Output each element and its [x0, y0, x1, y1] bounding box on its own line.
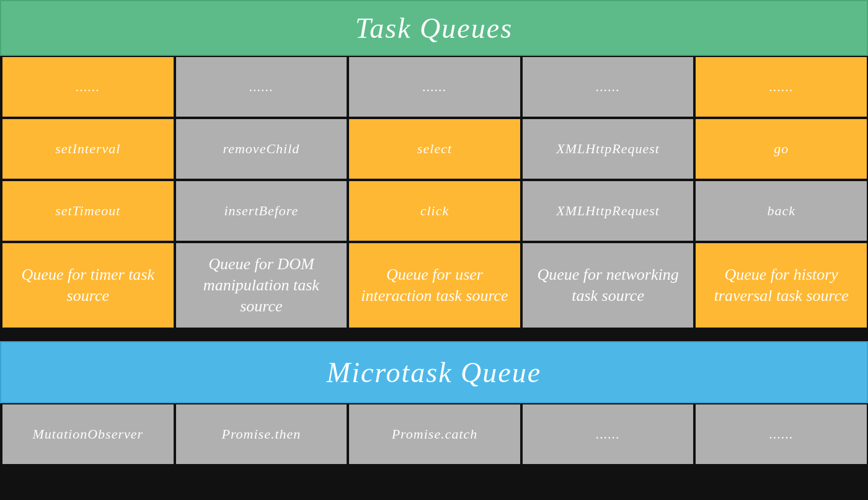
task-cell-text-3-5: back: [767, 203, 795, 219]
task-row-1: ...... ...... ...... ...... ......: [0, 56, 868, 118]
microtask-title: Microtask Queue: [327, 356, 541, 389]
task-row-3: setTimeout insertBefore click XMLHttpReq…: [0, 180, 868, 242]
task-cell-3-3: click: [348, 180, 521, 242]
microtask-section: Microtask Queue MutationObserver Promise…: [0, 341, 868, 500]
task-cell-1-2: ......: [175, 56, 348, 118]
task-queue-labels: Queue for timer task source Queue for DO…: [0, 242, 868, 329]
queue-label-history: Queue for history traversal task source: [705, 264, 857, 306]
task-cell-3-1: setTimeout: [1, 180, 175, 242]
task-cell-text-3-3: click: [420, 203, 450, 219]
task-cell-text-2-4: XMLHttpRequest: [556, 141, 660, 157]
task-cell-text-1-1: ......: [76, 79, 100, 95]
task-cell-3-2: insertBefore: [175, 180, 348, 242]
task-cell-1-3: ......: [348, 56, 521, 118]
task-row-2: setInterval removeChild select XMLHttpRe…: [0, 118, 868, 180]
microtask-cell-5: ......: [694, 403, 868, 465]
task-cell-2-2: removeChild: [175, 118, 348, 180]
task-queues-title: Task Queues: [355, 12, 513, 45]
task-queues-section: Task Queues ...... ...... ...... ...... …: [0, 0, 868, 329]
microtask-row-1: MutationObserver Promise.then Promise.ca…: [0, 403, 868, 465]
task-cell-text-1-2: ......: [249, 79, 273, 95]
queue-cell-timer: Queue for timer task source: [1, 242, 175, 329]
microtask-cell-2: Promise.then: [175, 403, 348, 465]
task-cell-2-4: XMLHttpRequest: [521, 118, 695, 180]
task-cell-text-1-5: ......: [769, 79, 794, 95]
main-container: Task Queues ...... ...... ...... ...... …: [0, 0, 868, 500]
queue-label-network: Queue for networking task source: [532, 264, 684, 306]
task-cell-3-5: back: [694, 180, 868, 242]
task-cell-2-5: go: [694, 118, 868, 180]
queue-label-timer: Queue for timer task source: [12, 264, 164, 306]
task-cell-text-1-3: ......: [422, 79, 446, 95]
section-divider: [0, 329, 868, 341]
task-cell-text-3-2: insertBefore: [224, 203, 298, 219]
microtask-header: Microtask Queue: [0, 341, 868, 403]
queue-label-user: Queue for user interaction task source: [358, 264, 511, 306]
task-cell-1-4: ......: [521, 56, 695, 118]
task-cell-text-3-4: XMLHttpRequest: [556, 203, 660, 219]
task-cell-2-3: select: [348, 118, 521, 180]
task-cell-2-1: setInterval: [1, 118, 175, 180]
task-cell-text-2-2: removeChild: [223, 141, 299, 157]
queue-cell-history: Queue for history traversal task source: [694, 242, 868, 329]
queue-cell-user: Queue for user interaction task source: [348, 242, 521, 329]
microtask-text-3: Promise.catch: [392, 426, 478, 442]
microtask-text-2: Promise.then: [221, 426, 301, 442]
microtask-cell-3: Promise.catch: [348, 403, 521, 465]
task-cell-text-2-1: setInterval: [55, 141, 120, 157]
task-cell-1-5: ......: [694, 56, 868, 118]
queue-cell-network: Queue for networking task source: [521, 242, 695, 329]
task-queues-header: Task Queues: [0, 0, 868, 56]
microtask-text-4: ......: [596, 426, 620, 442]
task-cell-text-3-1: setTimeout: [55, 203, 120, 219]
task-cell-text-2-5: go: [774, 141, 789, 157]
task-cell-text-2-3: select: [417, 141, 452, 157]
task-cell-text-1-4: ......: [596, 79, 620, 95]
queue-label-dom: Queue for DOM manipulation task source: [185, 254, 338, 316]
queue-cell-dom: Queue for DOM manipulation task source: [175, 242, 348, 329]
microtask-text-1: MutationObserver: [33, 426, 144, 442]
microtask-cell-1: MutationObserver: [1, 403, 175, 465]
microtask-cell-4: ......: [521, 403, 695, 465]
task-cell-1-1: ......: [1, 56, 175, 118]
task-cell-3-4: XMLHttpRequest: [521, 180, 695, 242]
microtask-text-5: ......: [769, 426, 794, 442]
